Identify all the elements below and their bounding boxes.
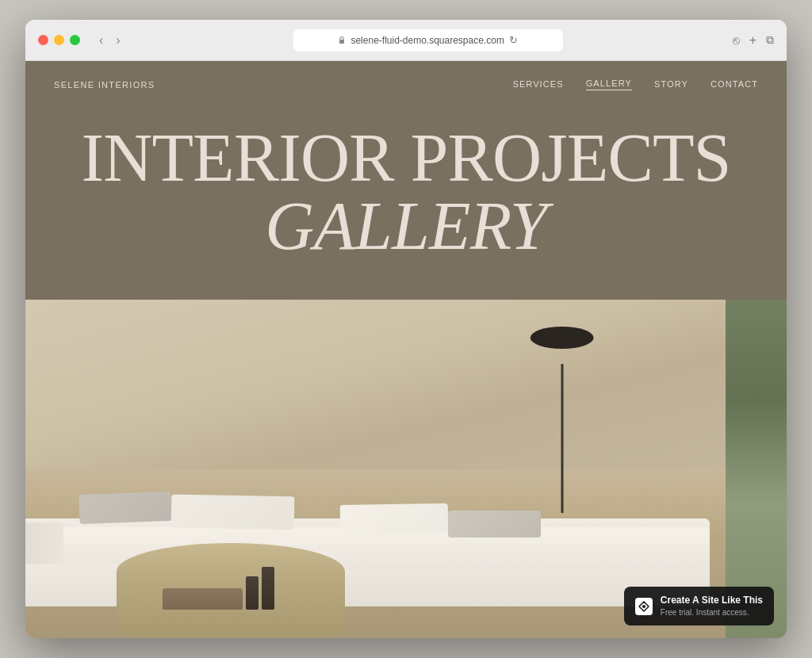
website-content: SELENE INTERIORS SERVICES GALLERY STORY …	[25, 61, 787, 638]
candle-2	[262, 567, 274, 610]
navbar: SELENE INTERIORS SERVICES GALLERY STORY …	[25, 61, 787, 108]
browser-chrome: ‹ › selene-fluid-demo.squarespace.com ↻ …	[25, 20, 787, 61]
table-items	[163, 562, 323, 610]
address-bar: selene-fluid-demo.squarespace.com ↻	[133, 29, 723, 52]
nav-links: SERVICES GALLERY STORY CONTACT	[512, 78, 758, 90]
ss-badge-text: Create A Site Like This Free trial. Inst…	[661, 595, 763, 618]
pillow-4	[448, 511, 540, 537]
squarespace-logo	[635, 598, 653, 615]
ss-badge-sub: Free trial. Instant access.	[661, 607, 763, 618]
candle-1	[246, 576, 259, 610]
browser-nav-buttons: ‹ ›	[96, 32, 124, 49]
nav-link-services[interactable]: SERVICES	[512, 79, 563, 90]
hero-title-line1: INTERIOR PROJECTS	[57, 124, 755, 192]
lock-icon	[338, 36, 346, 44]
tray	[163, 588, 243, 610]
hero-title-line2: GALLERY	[57, 192, 755, 260]
brand-logo: SELENE INTERIORS	[54, 80, 155, 90]
interior-image: Create A Site Like This Free trial. Inst…	[25, 300, 787, 638]
lamp-head	[530, 327, 594, 349]
nav-link-gallery[interactable]: GALLERY	[586, 78, 632, 90]
minimize-button[interactable]	[54, 35, 64, 45]
nav-link-story[interactable]: STORY	[654, 79, 688, 90]
share-icon[interactable]: ⎋	[733, 33, 740, 47]
svg-rect-0	[339, 40, 344, 44]
close-button[interactable]	[38, 35, 48, 45]
browser-window: ‹ › selene-fluid-demo.squarespace.com ↻ …	[25, 20, 787, 638]
pillow-2	[171, 495, 295, 530]
tabs-icon[interactable]: ⧉	[766, 33, 774, 47]
ss-badge-main: Create A Site Like This	[661, 595, 763, 607]
hero-section: SELENE INTERIORS SERVICES GALLERY STORY …	[25, 61, 787, 300]
url-text: selene-fluid-demo.squarespace.com	[350, 35, 504, 46]
hero-title-block: INTERIOR PROJECTS GALLERY	[25, 108, 787, 300]
url-bar[interactable]: selene-fluid-demo.squarespace.com ↻	[293, 29, 563, 52]
svg-point-1	[642, 605, 645, 608]
browser-right-actions: ⎋ + ⧉	[733, 33, 774, 48]
maximize-button[interactable]	[70, 35, 80, 45]
pillow-1	[79, 492, 172, 524]
refresh-button[interactable]: ↻	[509, 34, 518, 46]
traffic-lights	[38, 35, 80, 45]
new-tab-icon[interactable]: +	[749, 33, 756, 48]
ss-logo-svg	[638, 601, 649, 612]
forward-button[interactable]: ›	[113, 32, 123, 49]
squarespace-badge[interactable]: Create A Site Like This Free trial. Inst…	[624, 587, 774, 625]
back-button[interactable]: ‹	[96, 32, 106, 49]
coffee-table	[117, 543, 345, 638]
pillow-3	[340, 503, 448, 534]
nav-link-contact[interactable]: CONTACT	[710, 79, 758, 90]
